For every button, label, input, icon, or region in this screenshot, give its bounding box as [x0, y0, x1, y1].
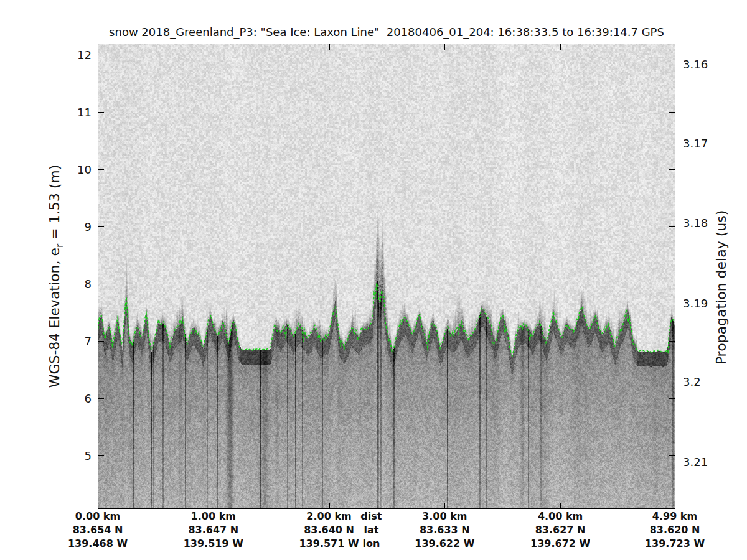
x-axis-longitude-label: 139.723 W	[645, 538, 705, 549]
x-axis-latitude-label: 83.647 N	[188, 524, 238, 536]
elevation-tick-label: 9	[85, 220, 92, 233]
x-axis-distance-label: 4.00 km	[538, 510, 583, 522]
x-axis-longitude-label: 139.468 W	[68, 538, 128, 549]
x-axis-longitude-label: 139.622 W	[415, 538, 474, 549]
x-axis-row-name-dist: dist	[360, 510, 382, 522]
delay-tick-label: 3.17	[683, 136, 708, 149]
x-axis-latitude-label: 83.640 N	[304, 524, 354, 536]
x-axis-latitude-label: 83.620 N	[650, 524, 700, 536]
y-axis-label-elevation-post: = 1.53 (m)	[47, 165, 62, 244]
elevation-tick-label: 5	[85, 449, 92, 462]
figure-title: snow 2018_Greenland_P3: "Sea Ice: Laxon …	[109, 26, 664, 39]
x-axis-distance-label: 1.00 km	[191, 510, 236, 522]
x-axis-row-name-lat: lat	[364, 524, 378, 536]
y-axis-label-elevation-sub: r	[54, 244, 65, 248]
x-axis-longitude-label: 139.672 W	[530, 538, 590, 549]
x-axis-longitude-label: 139.519 W	[184, 538, 243, 549]
echogram-canvas	[98, 44, 675, 509]
x-axis-row-name-lon: lon	[362, 538, 380, 549]
elevation-tick-label: 6	[85, 392, 92, 405]
x-axis-distance-label: 4.99 km	[652, 510, 697, 522]
x-axis-longitude-label: 139.571 W	[299, 538, 359, 549]
delay-tick-label: 3.16	[683, 57, 708, 70]
x-axis-latitude-label: 83.654 N	[73, 524, 123, 536]
elevation-tick-label: 10	[77, 163, 92, 176]
x-axis-latitude-label: 83.627 N	[535, 524, 586, 536]
x-axis-latitude-label: 83.633 N	[420, 524, 470, 536]
x-axis-distance-label: 0.00 km	[75, 510, 120, 522]
elevation-tick-label: 8	[85, 278, 92, 291]
delay-tick-label: 3.18	[683, 216, 708, 229]
radar-echogram-figure: snow 2018_Greenland_P3: "Sea Ice: Laxon …	[0, 0, 747, 560]
x-axis-distance-label: 2.00 km	[306, 510, 351, 522]
y-axis-label-propagation-delay: Propagation delay (us)	[713, 210, 729, 365]
elevation-tick-label: 11	[77, 106, 92, 119]
elevation-tick-label: 7	[85, 335, 92, 348]
x-axis-distance-label: 3.00 km	[422, 510, 467, 522]
delay-tick-label: 3.19	[683, 297, 708, 310]
delay-tick-label: 3.21	[683, 455, 708, 469]
y-axis-label-elevation-pre: WGS-84 Elevation, e	[47, 248, 62, 388]
elevation-tick-label: 12	[77, 49, 92, 62]
delay-tick-label: 3.2	[683, 375, 701, 388]
y-axis-label-elevation: WGS-84 Elevation, er = 1.53 (m)	[47, 165, 65, 388]
